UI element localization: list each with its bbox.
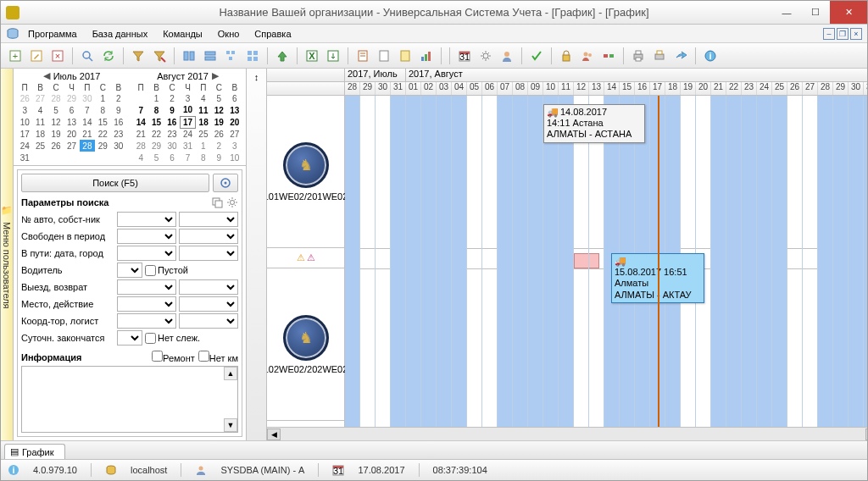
- status-date: 17.08.2017: [358, 465, 404, 475]
- tb-cal[interactable]: 31: [455, 47, 474, 65]
- chk-km[interactable]: Нет км: [198, 351, 238, 363]
- tb-search[interactable]: [78, 47, 97, 65]
- svg-rect-28: [421, 57, 424, 61]
- svg-rect-15: [229, 57, 232, 60]
- tb-lock[interactable]: [557, 47, 576, 65]
- tb-user[interactable]: [498, 47, 516, 65]
- close-button[interactable]: ✕: [830, 1, 867, 24]
- mdi-restore[interactable]: ❐: [837, 28, 849, 40]
- tb-settings[interactable]: [476, 47, 495, 65]
- param-label: Коорд-тор, логист: [21, 316, 114, 326]
- menu-commands[interactable]: Команды: [156, 27, 209, 41]
- minimize-button[interactable]: —: [772, 1, 801, 24]
- gantt-hscroll[interactable]: ◀ ▶: [267, 427, 868, 440]
- tb-filter-clear[interactable]: [150, 47, 169, 65]
- tb-group[interactable]: [243, 47, 262, 65]
- tb-share[interactable]: [671, 47, 690, 65]
- tb-report2[interactable]: [375, 47, 393, 65]
- mdi-minimize[interactable]: –: [823, 28, 835, 40]
- svg-rect-26: [380, 51, 388, 61]
- tb-chart[interactable]: [417, 47, 436, 65]
- menu-window[interactable]: Окно: [211, 27, 247, 41]
- status-user-icon: [195, 464, 207, 476]
- user-menu-tab[interactable]: 📁 Меню пользователя: [1, 69, 14, 440]
- calendar-august[interactable]: Август 2017▶ ПВСЧПСВ12345678910111213141…: [130, 69, 246, 165]
- gear-icon[interactable]: [226, 196, 238, 208]
- tb-report1[interactable]: [353, 47, 372, 65]
- gantt-event-1[interactable]: 🚚14.08.2017 14:11 Астана АЛМАТЫ - АСТАНА: [543, 104, 645, 143]
- svg-point-34: [483, 53, 488, 58]
- calendar-july[interactable]: ◀Июль 2017 ПВСЧПСВ2627282930123456789101…: [14, 69, 130, 165]
- param-select-1[interactable]: [117, 313, 176, 329]
- main-toolbar: + × X 31 i: [1, 43, 867, 69]
- param-select-2[interactable]: [179, 212, 238, 227]
- gantt-body[interactable]: ♞ 101WE02/201WE02 ⚠ ⚠ ♞ 102WE02/202WE02: [267, 96, 868, 427]
- param-select-1[interactable]: [117, 263, 142, 278]
- maximize-button[interactable]: ☐: [801, 1, 830, 24]
- param-select-1[interactable]: [117, 229, 176, 244]
- mdi-close[interactable]: ×: [850, 28, 862, 40]
- svg-text:31: 31: [459, 52, 470, 62]
- param-select-2[interactable]: [179, 313, 238, 329]
- menu-help[interactable]: Справка: [248, 27, 298, 41]
- param-select-1[interactable]: [117, 296, 176, 312]
- tb-print[interactable]: [629, 47, 648, 65]
- gantt-grid[interactable]: 🚚14.08.2017 14:11 Астана АЛМАТЫ - АСТАНА…: [345, 96, 868, 427]
- tb-check[interactable]: [527, 47, 546, 65]
- expand-icon[interactable]: ↕: [254, 72, 259, 82]
- param-checkbox[interactable]: Нет слеж.: [145, 333, 238, 344]
- tb-print2[interactable]: [650, 47, 669, 65]
- param-select-1[interactable]: [117, 212, 176, 227]
- tb-excel[interactable]: X: [303, 47, 321, 65]
- param-select-2[interactable]: [179, 229, 238, 244]
- tb-connect[interactable]: [599, 47, 618, 65]
- resource-row-1[interactable]: ♞ 101WE02/201WE02: [267, 96, 344, 248]
- tb-refresh[interactable]: [99, 47, 118, 65]
- cal-next[interactable]: ▶: [212, 70, 219, 81]
- tb-users[interactable]: [578, 47, 597, 65]
- statusbar: i 4.0.979.10 localhost SYSDBA (MAIN) - А…: [1, 460, 867, 480]
- menu-database[interactable]: База данных: [86, 27, 155, 41]
- gantt-month1: 2017, Июль: [345, 69, 406, 81]
- svg-rect-16: [248, 51, 252, 55]
- alert-icon: ⚠: [307, 252, 315, 263]
- tb-up[interactable]: [273, 47, 292, 65]
- param-select-1[interactable]: [117, 279, 176, 295]
- tb-new[interactable]: +: [6, 47, 25, 65]
- resource-row-2[interactable]: ♞ 102WE02/202WE02: [267, 268, 344, 421]
- param-select-1[interactable]: [117, 246, 176, 261]
- gantt-day-header: 2829303101020304050607080910111213141516…: [267, 82, 868, 96]
- info-textarea[interactable]: ▲ ▼: [21, 366, 238, 433]
- svg-point-38: [588, 53, 592, 57]
- param-select-2[interactable]: [179, 279, 238, 295]
- tb-import[interactable]: [324, 47, 342, 65]
- tb-edit[interactable]: [27, 47, 46, 65]
- status-db-icon: [105, 464, 117, 476]
- tb-tree[interactable]: [222, 47, 241, 65]
- param-checkbox[interactable]: Пустой: [145, 265, 238, 276]
- tb-delete[interactable]: ×: [48, 47, 67, 65]
- tab-grafik[interactable]: ▤ График: [4, 444, 65, 459]
- info-scroll-down[interactable]: ▼: [224, 418, 237, 432]
- param-row: № авто, собст-ник: [21, 211, 238, 228]
- tb-filter[interactable]: [129, 47, 147, 65]
- tb-report3[interactable]: [396, 47, 415, 65]
- param-select-2[interactable]: [179, 246, 238, 261]
- cal-prev[interactable]: ◀: [43, 70, 50, 81]
- tb-info[interactable]: i: [701, 47, 720, 65]
- param-select-2[interactable]: [179, 296, 238, 312]
- copy-icon[interactable]: [211, 196, 223, 208]
- scroll-left[interactable]: ◀: [267, 428, 281, 440]
- tb-grid2[interactable]: [201, 47, 220, 65]
- status-host: localhost: [131, 465, 167, 475]
- svg-line-7: [89, 58, 92, 61]
- param-select-1[interactable]: [117, 330, 142, 346]
- tb-grid1[interactable]: [180, 47, 198, 65]
- search-button[interactable]: Поиск (F5): [21, 174, 209, 192]
- chk-repair[interactable]: Ремонт: [152, 351, 195, 363]
- menu-program[interactable]: Программа: [21, 27, 84, 41]
- target-button[interactable]: [213, 174, 238, 192]
- truck-icon: 🚚: [615, 256, 626, 267]
- info-scroll-up[interactable]: ▲: [224, 367, 237, 380]
- svg-rect-29: [425, 54, 427, 61]
